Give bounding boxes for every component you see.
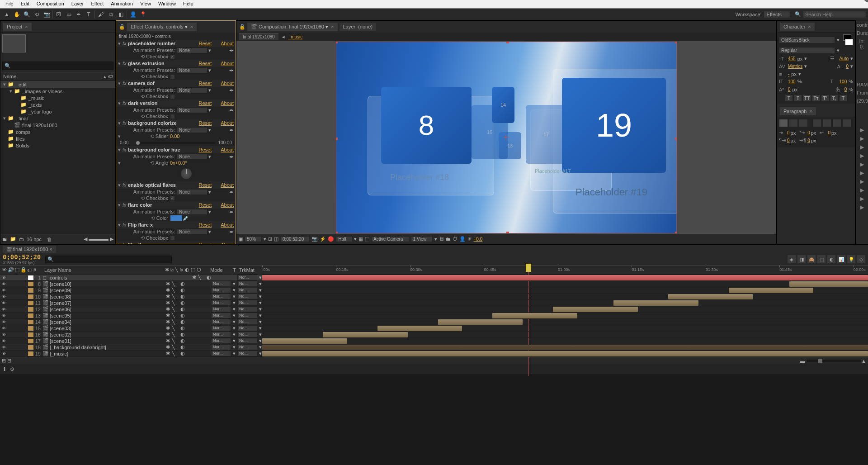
layer-bar[interactable] (492, 313, 577, 318)
layer-bar[interactable] (262, 275, 868, 280)
time-ruler[interactable]: :00s00:15s00:30s00:45s01:00s01:15s01:30s… (262, 266, 868, 275)
align-center-button[interactable] (789, 119, 798, 127)
reset-link[interactable]: Reset (199, 242, 212, 244)
mask-icon[interactable]: ◫ (274, 236, 278, 242)
layer-bar[interactable] (729, 288, 814, 293)
fx-group-background-color-hue[interactable]: ▾fxbackground color hueResetAbout (116, 146, 236, 153)
align-right-button[interactable] (799, 119, 808, 127)
justify-right-button[interactable] (832, 119, 841, 127)
panel-menu-icon[interactable] (864, 0, 868, 4)
exposure-icon[interactable]: ☀ (467, 236, 472, 242)
track-row[interactable] (262, 313, 868, 319)
effects-lock-icon[interactable]: 🔓 (119, 24, 125, 30)
menu-view[interactable]: View (137, 0, 155, 8)
layer-bar[interactable] (262, 345, 868, 350)
fx-group-dark-version[interactable]: ▾fxdark versionResetAbout (116, 100, 236, 107)
track-row[interactable] (262, 287, 868, 294)
char-style-button[interactable]: T (839, 95, 847, 102)
project-item[interactable]: 📁_your logo (0, 108, 115, 115)
char-color-swatches[interactable] (843, 34, 853, 45)
about-link[interactable]: About (221, 81, 234, 86)
layer-row[interactable]: 👁13🎬[scene05]✱╲◐Nor...▾No...▾ (0, 313, 262, 319)
delete-icon[interactable]: 🗑 (47, 237, 52, 242)
new-folder-icon[interactable]: 📁 (10, 236, 16, 242)
hand-tool[interactable]: ✋ (12, 9, 22, 19)
layer-row[interactable]: 👁14🎬[scene04]✱╲◐Nor...▾No...▾ (0, 319, 262, 325)
composition-viewer[interactable]: 8 Placeholder #18 16 14 13 17 19 Placeho… (236, 41, 776, 234)
layer-bar[interactable] (262, 351, 868, 356)
project-item[interactable]: 📁files (0, 135, 115, 142)
checkbox[interactable] (170, 74, 175, 79)
about-link[interactable]: About (221, 41, 234, 46)
comp-mini-flowchart-icon[interactable]: ◈ (788, 255, 796, 263)
presets-dropdown[interactable]: None (177, 189, 208, 195)
presets-dropdown[interactable]: None (177, 67, 208, 73)
about-link[interactable]: About (221, 242, 234, 244)
fx-group-background-colorize[interactable]: ▾fxbackground colorizeResetAbout (116, 119, 236, 127)
comp-sub-tab[interactable]: final 1920x1080 (239, 33, 278, 40)
project-item[interactable]: ▾📁_edit (0, 81, 115, 88)
presets-dropdown[interactable]: None (177, 47, 208, 53)
justify-all-button[interactable] (842, 119, 851, 127)
track-row[interactable] (262, 338, 868, 344)
selection-tool[interactable]: ▲ (2, 9, 12, 19)
region-icon[interactable]: ▣ (238, 236, 243, 242)
zoom-tool[interactable]: 🔍 (22, 9, 32, 19)
char-style-button[interactable]: T, (830, 95, 838, 102)
char-style-button[interactable]: T (794, 95, 802, 102)
comp-nav-link[interactable]: _music (288, 34, 303, 39)
clone-tool[interactable]: ⧉ (106, 9, 116, 19)
layer-bar[interactable] (668, 294, 753, 299)
help-search[interactable]: Search Help (803, 11, 866, 18)
presets-dropdown[interactable]: None (177, 209, 208, 215)
font-size-value[interactable]: 455 (788, 56, 796, 61)
menu-composition[interactable]: Composition (33, 0, 68, 8)
project-tab[interactable]: Project× (3, 23, 32, 31)
fx-group-flare-color[interactable]: ▾fxflare colorResetAbout (116, 201, 236, 209)
transparency-icon[interactable]: ▦ (359, 236, 363, 242)
font-family-dropdown[interactable]: OldSansBlack (779, 37, 835, 43)
menu-window[interactable]: Window (155, 0, 179, 8)
new-comp-icon[interactable]: 🗀 (19, 237, 24, 242)
puppet-tool[interactable]: 📍 (138, 9, 148, 19)
project-item[interactable]: ▾📁_final (0, 115, 115, 122)
justify-center-button[interactable] (822, 119, 831, 127)
pan-behind-tool[interactable]: ⮽ (54, 9, 64, 19)
menu-edit[interactable]: Edit (17, 0, 33, 8)
about-link[interactable]: About (221, 182, 234, 188)
layer-bar[interactable] (789, 281, 868, 287)
track-row[interactable] (262, 351, 868, 357)
leading-value[interactable]: Auto (839, 56, 849, 61)
reset-link[interactable]: Reset (199, 222, 212, 228)
layer-row[interactable]: 👁18🎬[_background dark/bright]✱╲◐Nor...▾N… (0, 344, 262, 351)
checkbox[interactable] (170, 94, 175, 99)
fx-group-Flip-flare-y[interactable]: ▾fxFlip flare yResetAbout (116, 241, 236, 244)
fx-group-glass-extrusion[interactable]: ▾fxglass extrusionResetAbout (116, 60, 236, 67)
track-row[interactable] (262, 319, 868, 325)
align-left-button[interactable] (779, 119, 788, 127)
rect-tool[interactable]: ▭ (64, 9, 74, 19)
close-icon[interactable]: × (190, 24, 193, 29)
layer-row[interactable]: 👁8🎬[scene10]✱╲◐Nor...▾No...▾ (0, 281, 262, 287)
draft3d-icon[interactable]: ◨ (797, 255, 806, 263)
grid-icon[interactable]: ⊞ (268, 236, 272, 242)
layer-row[interactable]: 👁19🎬[_music]✱╲◐Nor...▾No...▾ (0, 351, 262, 357)
layer-row[interactable]: 👁10🎬[scene08]✱╲◐Nor...▾No...▾ (0, 294, 262, 300)
checkbox[interactable] (170, 236, 175, 241)
menu-layer[interactable]: Layer (68, 0, 88, 8)
reset-link[interactable]: Reset (199, 41, 212, 46)
playhead[interactable] (526, 264, 531, 272)
view-dropdown[interactable]: 1 View (411, 236, 433, 242)
layer-row[interactable]: 👁15🎬[scene03]✱╲◐Nor...▾No...▾ (0, 325, 262, 332)
snapshot-icon[interactable]: 📷 (311, 236, 318, 242)
char-style-button[interactable]: TT (803, 95, 811, 102)
reset-link[interactable]: Reset (199, 202, 212, 208)
reset-link[interactable]: Reset (199, 81, 212, 86)
eraser-tool[interactable]: ◧ (116, 9, 126, 19)
toggle-switches-icon[interactable]: ⊞ ⊟ (2, 358, 11, 364)
char-style-button[interactable]: T' (821, 95, 829, 102)
track-row[interactable] (262, 275, 868, 281)
layer-row[interactable]: 👁12🎬[scene06]✱╲◐Nor...▾No...▾ (0, 306, 262, 313)
angle-value[interactable]: 0x+0.0° (170, 160, 187, 166)
project-item[interactable]: 📁Solids (0, 142, 115, 149)
